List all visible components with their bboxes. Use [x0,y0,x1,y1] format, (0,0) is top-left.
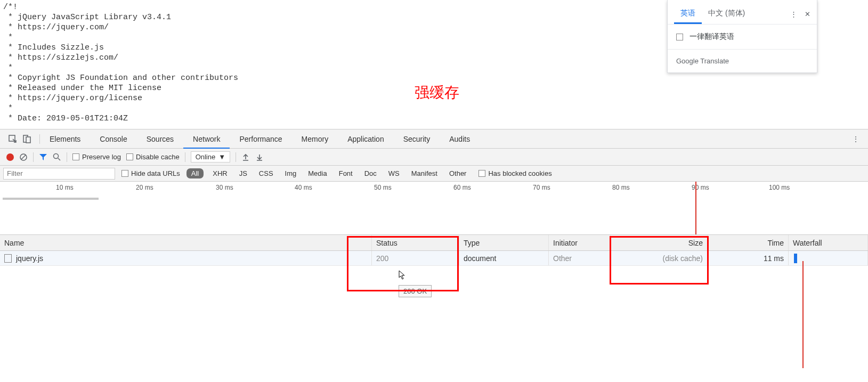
waterfall-load-line [802,261,804,368]
disable-cache-checkbox[interactable] [126,153,133,160]
col-header-status[interactable]: Status [372,235,459,250]
file-icon [4,254,12,263]
row-initiator: Other [549,251,611,265]
svg-line-6 [58,158,60,160]
status-tooltip: 200 OK [399,285,432,297]
filter-type-media[interactable]: Media [305,168,329,178]
timeline-tick: 50 ms [374,184,392,191]
col-header-initiator[interactable]: Initiator [549,235,611,250]
timeline-tick: 20 ms [136,184,153,191]
disable-cache-label: Disable cache [136,153,180,161]
row-name: jquery.js [16,254,43,263]
cursor-icon [399,270,406,280]
network-table-header: Name Status Type Initiator Size Time Wat… [0,235,868,251]
tab-audits[interactable]: Audits [440,129,480,149]
col-header-type[interactable]: Type [459,235,549,250]
tab-performance[interactable]: Performance [230,129,291,149]
network-table-body: jquery.js 200 document Other (disk cache… [0,251,868,368]
timeline-tick: 100 ms [769,184,790,191]
filter-type-css[interactable]: CSS [256,168,276,178]
translate-tab-english[interactable]: 英语 [674,4,702,24]
svg-rect-2 [26,137,30,143]
tab-sources[interactable]: Sources [137,129,183,149]
row-waterfall [789,251,868,265]
filter-type-xhr[interactable]: XHR [210,168,230,178]
row-time: 11 ms [708,251,789,265]
filter-icon[interactable] [39,153,47,161]
annotation-label: 强缓存 [415,83,459,103]
col-header-size[interactable]: Size [611,235,708,250]
translate-options-icon[interactable]: ⋮ [790,10,797,18]
search-icon[interactable] [53,153,61,161]
svg-line-4 [21,155,26,159]
timeline-load-marker [695,182,696,234]
tab-console[interactable]: Console [90,129,136,149]
timeline-tick: 40 ms [295,184,312,191]
upload-icon[interactable] [241,153,250,161]
always-translate-checkbox[interactable] [676,34,683,40]
tab-elements[interactable]: Elements [40,129,90,149]
timeline-tick: 10 ms [56,184,74,191]
col-header-time[interactable]: Time [708,235,789,250]
hide-data-urls-checkbox[interactable] [121,170,128,177]
tab-memory[interactable]: Memory [292,129,338,149]
row-size: (disk cache) [611,251,708,265]
filter-type-js[interactable]: JS [237,168,250,178]
devtools-more-icon[interactable]: ⋮ [843,135,868,143]
clear-icon[interactable] [19,153,28,161]
throttling-select[interactable]: Online ▼ [191,151,230,162]
timeline-tick: 90 ms [692,184,709,191]
filter-type-manifest[interactable]: Manifest [409,168,440,178]
timeline-tick: 70 ms [533,184,550,191]
filter-type-all[interactable]: All [186,168,204,178]
filter-type-font[interactable]: Font [336,168,355,178]
translate-close-icon[interactable]: ✕ [805,10,810,18]
preserve-log-checkbox[interactable] [72,153,79,160]
timeline-bar [3,198,99,200]
col-header-name[interactable]: Name [0,235,372,250]
device-icon[interactable] [22,135,31,143]
filter-type-other[interactable]: Other [447,168,469,178]
row-type: document [459,251,549,265]
blocked-cookies-checkbox[interactable] [478,170,485,177]
throttling-value: Online [196,153,216,161]
col-header-waterfall[interactable]: Waterfall [789,235,868,250]
tab-security[interactable]: Security [394,129,440,149]
filter-type-ws[interactable]: WS [386,168,402,178]
preserve-log-label: Preserve log [82,153,121,161]
tab-application[interactable]: Application [338,129,394,149]
filter-type-doc[interactable]: Doc [362,168,379,178]
row-status: 200 [372,251,459,265]
tab-network[interactable]: Network [183,129,230,149]
chevron-down-icon: ▼ [218,153,225,161]
translate-tab-chinese[interactable]: 中文 (简体) [702,4,751,24]
filter-input[interactable] [3,168,115,180]
timeline-overview[interactable]: 10 ms 20 ms 30 ms 40 ms 50 ms 60 ms 70 m… [0,182,868,235]
devtools-tabbar: Elements Console Sources Network Perform… [0,129,868,149]
svg-point-5 [54,153,59,158]
filter-bar: Hide data URLs All XHR JS CSS Img Media … [0,166,868,182]
timeline-tick: 60 ms [453,184,471,191]
inspect-icon[interactable] [9,135,17,143]
timeline-tick: 30 ms [216,184,233,191]
blocked-cookies-label: Has blocked cookies [488,169,551,177]
network-toolbar: Preserve log Disable cache Online ▼ [0,149,868,166]
translate-popup: 英语 中文 (简体) ⋮ ✕ 一律翻译英语 Google Translate [667,0,817,73]
always-translate-label: 一律翻译英语 [689,32,734,42]
record-button[interactable] [6,153,14,161]
hide-data-urls-label: Hide data URLs [131,169,180,177]
filter-type-img[interactable]: Img [282,168,299,178]
translate-footer: Google Translate [668,49,817,72]
timeline-tick: 80 ms [612,184,630,191]
table-row[interactable]: jquery.js 200 document Other (disk cache… [0,251,868,266]
download-icon[interactable] [255,153,264,161]
